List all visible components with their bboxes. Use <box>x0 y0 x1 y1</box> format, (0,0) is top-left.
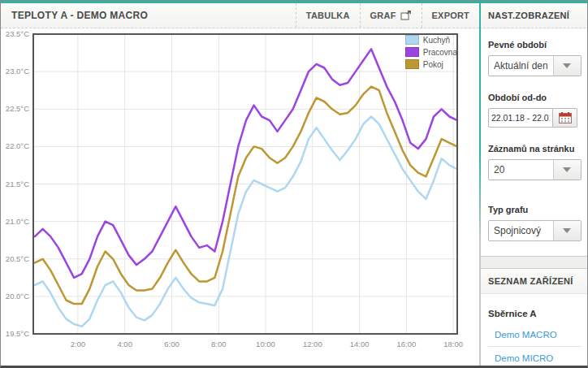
fixed-period-value: Aktuální den <box>489 60 553 71</box>
x-tick-label: 18:00 <box>443 340 463 349</box>
x-tick-label: 12:00 <box>303 340 322 349</box>
calendar-icon <box>559 112 572 123</box>
records-per-page-value: 20 <box>489 164 553 175</box>
legend-swatch-icon <box>405 47 419 57</box>
x-tick-label: 2:00 <box>71 340 86 349</box>
legend-label: Pracovna <box>423 48 457 57</box>
period-range-label: Období od-do <box>488 93 582 102</box>
device-link-demo-micro[interactable]: Demo MICRO <box>488 347 582 368</box>
tabulka-button[interactable]: TABULKA <box>296 3 360 28</box>
x-tick-label: 14:00 <box>350 340 370 349</box>
legend-label: Pokoj <box>423 60 443 69</box>
chart-type-label: Typ grafu <box>488 205 582 214</box>
fixed-period-label: Pevné období <box>488 40 582 50</box>
page-title: TEPLOTY A - DEMO MACRO <box>1 3 296 28</box>
app-window: TEPLOTY A - DEMO MACRO TABULKA GRAF EXPO… <box>0 0 588 368</box>
y-tick-label: 20.5°C <box>6 254 29 263</box>
x-tick-label: 10:00 <box>256 340 275 349</box>
y-tick-label: 19.5°C <box>6 329 29 338</box>
sidebar: NAST.ZOBRAZENÍ Pevné období Aktuální den… <box>479 3 588 366</box>
chart-area: 19.5°C20.0°C20.5°C21.0°C21.5°C22.0°C22.5… <box>1 28 479 366</box>
date-range-input[interactable] <box>488 108 553 128</box>
calendar-button[interactable] <box>553 108 577 128</box>
y-tick-label: 20.0°C <box>6 292 29 301</box>
chevron-down-icon <box>553 56 581 76</box>
popup-window-icon <box>400 11 412 20</box>
chart-legend: KuchyňPracovnaPokoj <box>405 35 457 71</box>
legend-item[interactable]: Kuchyň <box>405 35 457 45</box>
legend-item[interactable]: Pracovna <box>405 47 457 57</box>
export-button-label: EXPORT <box>432 11 469 20</box>
chart-type-select[interactable]: Spojnicový <box>488 220 582 241</box>
y-tick-label: 21.0°C <box>6 217 29 226</box>
x-tick-label: 16:00 <box>397 340 417 349</box>
temperature-line-chart: 19.5°C20.0°C20.5°C21.0°C21.5°C22.0°C22.5… <box>1 28 479 365</box>
chevron-down-icon <box>553 160 581 180</box>
sidebar-accent-line <box>479 3 481 366</box>
graf-button-label: GRAF <box>370 11 396 20</box>
tabulka-button-label: TABULKA <box>306 11 350 20</box>
device-list-card: SEZNAM ZAŘÍZENÍ Sběrnice A Demo MACRO De… <box>479 268 588 368</box>
series-line-Pracovna <box>35 49 457 277</box>
legend-swatch-icon <box>405 59 419 69</box>
settings-section-title: NAST.ZOBRAZENÍ <box>479 3 588 28</box>
records-per-page-label: Záznamů na stránku <box>488 144 582 154</box>
devices-section-title: SEZNAM ZAŘÍZENÍ <box>479 269 588 294</box>
x-tick-label: 6:00 <box>164 340 179 349</box>
legend-swatch-icon <box>405 35 419 45</box>
export-button[interactable]: EXPORT <box>422 3 479 28</box>
records-per-page-select[interactable]: 20 <box>488 159 582 180</box>
main-panel: TEPLOTY A - DEMO MACRO TABULKA GRAF EXPO… <box>1 3 479 366</box>
y-tick-label: 22.5°C <box>6 104 29 113</box>
legend-label: Kuchyň <box>423 36 450 45</box>
x-tick-label: 4:00 <box>117 340 132 349</box>
chart-type-value: Spojnicový <box>489 225 553 236</box>
y-tick-label: 21.5°C <box>6 180 29 188</box>
legend-item[interactable]: Pokoj <box>405 59 457 69</box>
y-tick-label: 23.0°C <box>6 67 29 76</box>
chevron-down-icon <box>553 221 581 240</box>
x-tick-label: 8:00 <box>211 340 227 349</box>
graf-button[interactable]: GRAF <box>360 3 422 28</box>
device-link-demo-macro[interactable]: Demo MACRO <box>488 323 582 347</box>
y-tick-label: 22.0°C <box>6 141 29 150</box>
main-header: TEPLOTY A - DEMO MACRO TABULKA GRAF EXPO… <box>1 3 479 28</box>
display-settings-card: NAST.ZOBRAZENÍ Pevné období Aktuální den… <box>479 3 588 257</box>
y-tick-label: 23.5°C <box>6 29 29 38</box>
bus-group-label: Sběrnice A <box>488 309 582 318</box>
fixed-period-select[interactable]: Aktuální den <box>488 55 582 76</box>
